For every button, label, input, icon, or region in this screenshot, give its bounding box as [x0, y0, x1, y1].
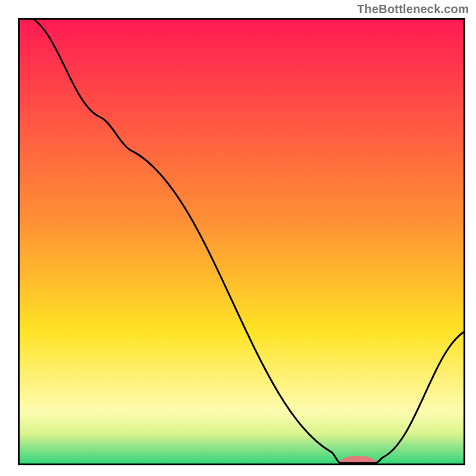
bottleneck-chart — [18, 18, 465, 465]
attribution-text: TheBottleneck.com — [357, 2, 469, 16]
chart-svg — [18, 18, 465, 465]
chart-background-gradient — [18, 18, 465, 465]
